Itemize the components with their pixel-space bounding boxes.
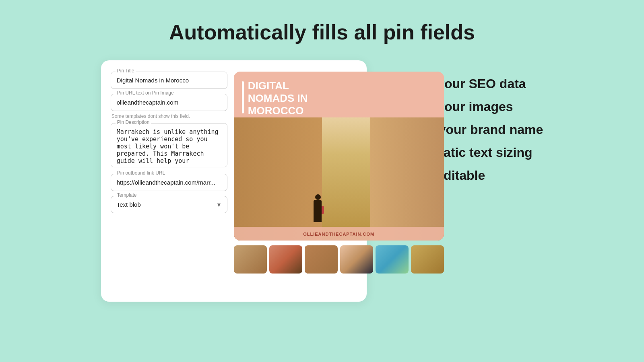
pin-outbound-label: Pin outbound link URL: [116, 170, 167, 176]
wall-left: [234, 117, 322, 241]
thumbnail-4[interactable]: [340, 245, 373, 274]
thumbnail-1[interactable]: [234, 245, 267, 274]
pin-footer-band: OLLIEANDTHECAPTAIN.COM: [234, 227, 444, 241]
main-content: Pin Title Pin URL text on Pin Image Some…: [0, 60, 644, 302]
pin-header: DIGITAL NOMADS IN MOROCCO: [234, 72, 444, 117]
thumbnail-6[interactable]: [411, 245, 444, 274]
pin-description-label: Pin Description: [116, 119, 151, 125]
template-select[interactable]: Text blob Minimal Bold Classic: [111, 196, 227, 213]
pin-description-group: Pin Description Marrakech is unlike anyt…: [111, 123, 227, 169]
pin-url-group: Pin URL text on Pin Image: [111, 94, 227, 111]
pin-url-hint: Some templates dont show this field.: [111, 113, 227, 119]
wall-right: [370, 117, 444, 241]
page-title: Automatically fills all pin fields: [169, 20, 475, 44]
pin-title-input[interactable]: [111, 72, 227, 89]
thumbnail-5[interactable]: [376, 245, 409, 274]
form-fields: Pin Title Pin URL text on Pin Image Some…: [111, 72, 227, 292]
thumbnail-row: [234, 245, 444, 274]
template-group: Template Text blob Minimal Bold Classic …: [111, 196, 227, 213]
pin-footer-text: OLLIEANDTHECAPTAIN.COM: [303, 232, 374, 237]
thumbnail-2[interactable]: [269, 245, 302, 274]
pin-preview: DIGITAL NOMADS IN MOROCCO: [234, 72, 444, 292]
pin-title-overlay: DIGITAL NOMADS IN MOROCCO: [248, 80, 308, 117]
pin-title-label: Pin Title: [116, 68, 136, 74]
form-and-preview: Pin Title Pin URL text on Pin Image Some…: [111, 72, 357, 292]
pin-url-input[interactable]: [111, 94, 227, 111]
pin-outbound-input[interactable]: [111, 174, 227, 191]
pin-photo-area: OLLIEANDTHECAPTAIN.COM: [234, 117, 444, 241]
pin-url-label: Pin URL text on Pin Image: [116, 90, 175, 96]
template-select-wrapper: Text blob Minimal Bold Classic ▼: [111, 196, 227, 213]
pin-description-textarea[interactable]: Marrakech is unlike anything you've expe…: [111, 123, 227, 167]
pin-vertical-bar: [242, 81, 244, 113]
form-card: Pin Title Pin URL text on Pin Image Some…: [101, 60, 367, 302]
pin-title-group: Pin Title: [111, 72, 227, 89]
person-silhouette: [314, 200, 322, 222]
moroccan-scene: [234, 117, 444, 241]
alley-center: [322, 117, 370, 241]
pin-outbound-group: Pin outbound link URL: [111, 174, 227, 191]
thumbnail-3[interactable]: [305, 245, 338, 274]
pin-image-card: DIGITAL NOMADS IN MOROCCO: [234, 72, 444, 241]
template-label: Template: [116, 192, 138, 198]
